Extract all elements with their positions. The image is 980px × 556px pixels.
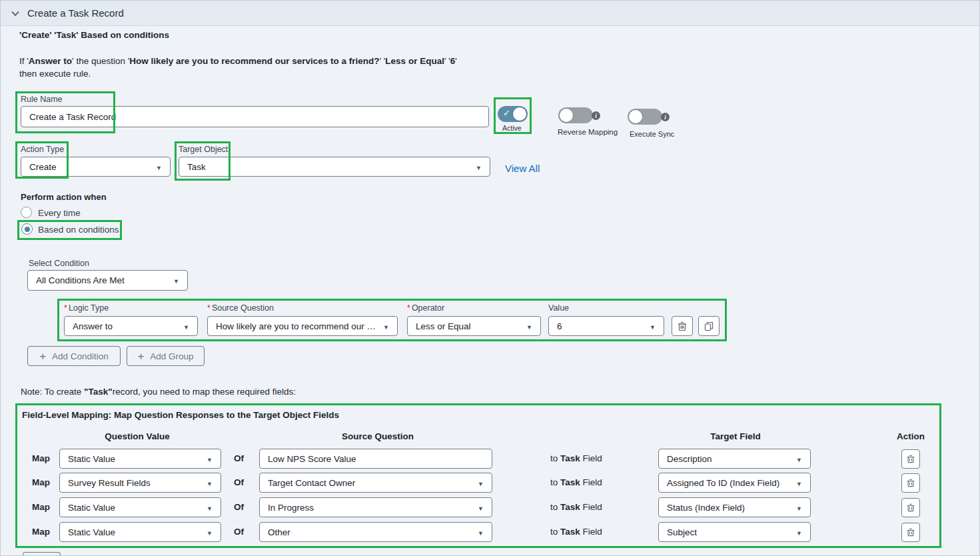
field-label: Field: [580, 527, 602, 537]
logic-type-label-text: Logic Type: [69, 303, 109, 313]
reverse-mapping-label: Reverse Mapping: [558, 128, 618, 136]
dropdown-arrow-icon: [201, 527, 213, 537]
logic-type-dropdown[interactable]: Answer to: [64, 316, 198, 336]
partial-button[interactable]: [23, 552, 61, 556]
active-toggle-label: Active: [502, 124, 522, 132]
of-label: Of: [234, 453, 244, 463]
execute-sync-toggle[interactable]: [628, 109, 662, 125]
reverse-mapping-info-icon[interactable]: [592, 111, 600, 120]
rule-condition-sentence: If 'Answer to' the question 'How likely …: [19, 56, 457, 66]
target-object-dropdown[interactable]: Task: [179, 157, 490, 177]
add-group-button[interactable]: Add Group: [127, 346, 205, 366]
dropdown-arrow-icon: [644, 321, 656, 331]
source-question-dropdown[interactable]: How likely are you to recommend our se..…: [207, 316, 398, 336]
question-value-dropdown[interactable]: Static Value: [59, 497, 221, 517]
target-field-value: Description: [667, 454, 712, 464]
add-condition-label: Add Condition: [52, 351, 109, 361]
source-question-value: In Progress: [268, 503, 314, 513]
target-field-dropdown[interactable]: Assigned To ID (Index Field): [658, 473, 811, 493]
radio-based-on-conditions[interactable]: [21, 223, 33, 235]
question-value-dropdown[interactable]: Static Value: [59, 522, 221, 542]
to-label: to: [550, 527, 560, 537]
field-label: Field: [580, 477, 602, 487]
target-field-dropdown[interactable]: Status (Index Field): [658, 497, 811, 517]
trash-icon: [907, 503, 915, 512]
target-field-dropdown[interactable]: Description: [658, 449, 811, 469]
operator-label: *Operator: [407, 303, 444, 313]
required-marker: *: [64, 303, 67, 313]
dropdown-arrow-icon: [791, 503, 802, 513]
dropdown-arrow-icon: [168, 275, 179, 285]
rule-name-label: Rule Name: [21, 95, 63, 104]
source-question-dropdown[interactable]: Target Contact Owner: [259, 473, 492, 493]
sentence-part: ' the question ': [72, 56, 129, 66]
action-type-dropdown[interactable]: Create: [21, 157, 171, 177]
select-condition-label: Select Condition: [29, 259, 89, 268]
target-field-value: Assigned To ID (Index Field): [667, 478, 779, 488]
question-value-value: Static Value: [68, 454, 115, 464]
panel-title: Create a Task Record: [27, 7, 124, 19]
sentence-part: ' ': [444, 56, 450, 66]
column-header-target-field: Target Field: [710, 431, 761, 441]
copy-icon: [704, 321, 714, 331]
action-type-value: Create: [29, 162, 57, 172]
select-condition-dropdown[interactable]: All Conditions Are Met: [27, 270, 188, 291]
source-question-dropdown[interactable]: Other: [259, 522, 492, 542]
operator-dropdown[interactable]: Less or Equal: [407, 316, 541, 336]
source-question-value: Other: [268, 527, 290, 537]
copy-condition-button[interactable]: [698, 316, 720, 336]
operator-label-text: Operator: [412, 303, 444, 313]
rule-name-input[interactable]: Create a Task Record: [21, 106, 489, 127]
view-all-link[interactable]: View All: [505, 163, 540, 174]
rule-condition-sentence-line2: then execute rule.: [19, 69, 91, 79]
select-condition-value: All Conditions Are Met: [36, 275, 125, 285]
source-question-input[interactable]: Low NPS Score Value: [259, 449, 492, 469]
delete-mapping-row-button[interactable]: [901, 523, 920, 542]
note-text: Note: To create "Task"record, you need t…: [21, 387, 296, 397]
task-label: Task: [560, 502, 580, 512]
rule-editor-panel: Create a Task Record 'Create' 'Task' Bas…: [0, 0, 980, 556]
dropdown-arrow-icon: [472, 503, 484, 513]
to-task-field-label: to Task Field: [550, 477, 602, 487]
add-condition-button[interactable]: Add Condition: [27, 346, 121, 366]
source-question-value: Low NPS Score Value: [268, 454, 356, 464]
reverse-mapping-toggle[interactable]: [558, 107, 593, 123]
delete-mapping-row-button[interactable]: [901, 498, 920, 517]
to-label: to: [550, 453, 560, 463]
column-header-source-question: Source Question: [342, 431, 414, 441]
panel-header[interactable]: Create a Task Record: [1, 1, 979, 26]
dropdown-arrow-icon: [378, 321, 389, 331]
radio-based-on-conditions-label[interactable]: Based on conditions: [38, 225, 119, 235]
required-marker: *: [407, 303, 410, 313]
target-field-dropdown[interactable]: Subject: [658, 522, 811, 542]
to-task-field-label: to Task Field: [550, 527, 602, 537]
condition-value: 6: [557, 321, 562, 331]
condition-value-dropdown[interactable]: 6: [548, 316, 664, 336]
delete-condition-button[interactable]: [672, 316, 693, 336]
plus-icon: [39, 351, 46, 362]
to-task-field-label: to Task Field: [550, 453, 602, 463]
dropdown-arrow-icon: [151, 162, 162, 172]
task-label: Task: [560, 527, 580, 537]
chevron-down-icon[interactable]: [10, 8, 21, 19]
source-question-dropdown[interactable]: In Progress: [259, 497, 492, 517]
trash-icon: [907, 455, 915, 463]
question-value-value: Survey Result Fields: [68, 478, 151, 488]
radio-every-time-label[interactable]: Every time: [38, 208, 81, 218]
source-question-label: *Source Question: [207, 303, 274, 313]
question-value-dropdown[interactable]: Survey Result Fields: [59, 473, 221, 493]
execute-sync-info-icon[interactable]: [661, 113, 670, 121]
dropdown-arrow-icon: [470, 162, 482, 172]
to-label: to: [550, 502, 560, 512]
delete-mapping-row-button[interactable]: [901, 449, 920, 469]
trash-icon: [907, 528, 915, 537]
task-label: Task: [560, 477, 580, 487]
source-question-label-text: Source Question: [212, 303, 274, 313]
delete-mapping-row-button[interactable]: [901, 473, 920, 493]
radio-every-time[interactable]: [21, 207, 32, 218]
column-header-action: Action: [897, 431, 925, 441]
trash-icon: [907, 479, 915, 487]
perform-action-when-label: Perform action when: [21, 192, 107, 202]
active-toggle[interactable]: [498, 106, 528, 122]
question-value-dropdown[interactable]: Static Value: [59, 449, 221, 469]
